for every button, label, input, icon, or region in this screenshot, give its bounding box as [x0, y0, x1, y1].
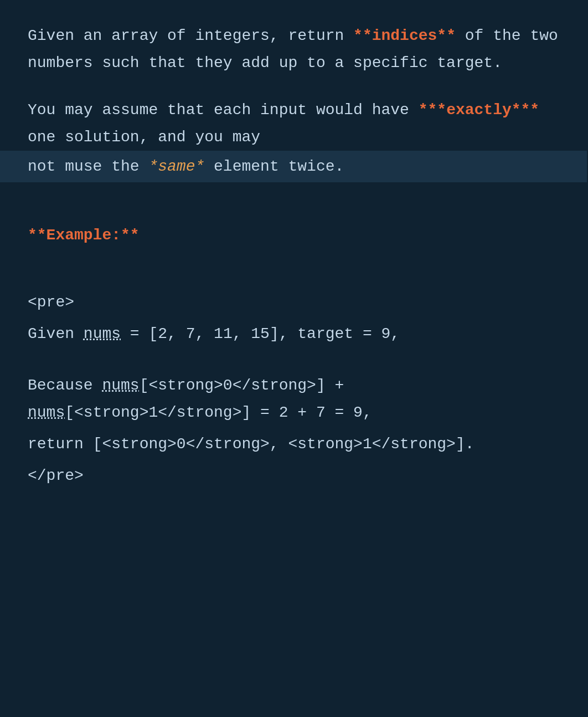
pre-line-1-after: = [2, 7, 11, 15], target = 9,	[121, 325, 400, 342]
pre-block: <pre> Given nums = [2, 7, 11, 15], targe…	[28, 289, 559, 489]
paragraph-2: You may assume that each input would hav…	[28, 96, 559, 182]
pre-line-1: Given nums = [2, 7, 11, 15], target = 9,	[28, 320, 559, 347]
pre-line-3: return [<strong>0</strong>, <strong>1</s…	[28, 431, 559, 458]
example-header: **Example:**	[28, 222, 559, 249]
pre-line-1-nums: nums	[84, 325, 121, 342]
pre-open-tag-text: <pre>	[28, 294, 74, 311]
paragraph-1-text-before: Given an array of integers, return	[28, 27, 353, 44]
spacer-1	[28, 202, 559, 222]
pre-open-tag: <pre>	[28, 289, 559, 316]
pre-line-1-before: Given	[28, 325, 84, 342]
spacer-2	[28, 269, 559, 289]
pre-close-tag-text: </pre>	[28, 467, 84, 484]
pre-line-2-part1: [<strong>0</strong>] +	[140, 377, 344, 394]
pre-line-2-part2: [<strong>1</strong>] = 2 + 7 = 9,	[65, 404, 372, 421]
paragraph-2-highlighted-line: not muse the *same* element twice.	[0, 151, 587, 182]
paragraph-2-italic-word: *same*	[148, 158, 204, 175]
pre-line-2-nums1: nums	[102, 377, 139, 394]
pre-line-2-before: Because	[28, 377, 102, 394]
paragraph-2-text-middle: one solution, and you may	[28, 129, 260, 146]
main-content: Given an array of integers, return **ind…	[28, 22, 559, 489]
pre-close-tag: </pre>	[28, 462, 559, 489]
pre-line-2-nums2: nums	[28, 404, 65, 421]
paragraph-1: Given an array of integers, return **ind…	[28, 22, 559, 76]
spacer-3	[28, 352, 559, 372]
paragraph-2-bold-italic-word: ***exactly***	[419, 101, 539, 119]
pre-line-2: Because nums[<strong>0</strong>] + nums[…	[28, 372, 559, 426]
pre-line-3-text: return [<strong>0</strong>, <strong>1</s…	[28, 436, 474, 453]
paragraph-1-bold-word: **indices**	[353, 27, 456, 44]
paragraph-2-text-before: You may assume that each input would hav…	[28, 101, 419, 119]
